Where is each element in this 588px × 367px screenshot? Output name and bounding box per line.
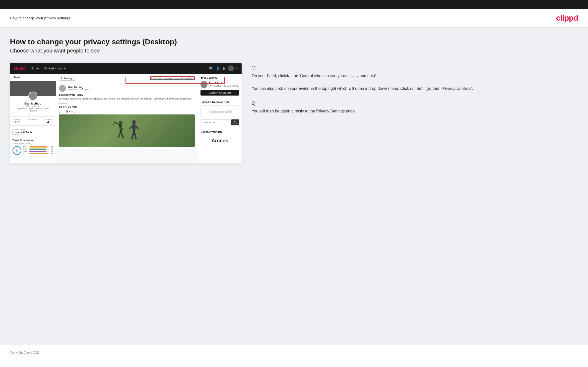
profile-handicap: Plus Handicap [12,105,53,107]
svg-line-3 [121,131,123,138]
page-title: How to change your privacy settings [10,16,70,20]
following-label: Following [44,118,52,120]
following-value: 4 [44,120,52,124]
instructions-column: 1) On your Feed, click/tap on 'Control w… [252,63,578,123]
connect-section: Connect your data Arccos [198,128,242,149]
coach-row: David Ford 📍 Royal North Devon Golf Club [200,81,239,88]
add-icon[interactable]: ⊕ [222,66,225,70]
tpq-label: Total Player Quality ⓘ [12,142,53,145]
post-tags: OTT APP [59,110,195,113]
feed-tab[interactable]: Feed [10,74,56,81]
tag-app: APP [67,110,75,113]
latest-activity-date: 03 Aug 2022 [12,133,53,136]
coach-club: 📍 Royal North Devon Golf Club [209,85,238,87]
bar-putt: PUTT 96 [23,153,53,155]
post-title: Lesson with Fordy [59,93,195,96]
trackman-section: Upload a Trackman Test Trackman Link Add… [198,98,242,128]
post-author-info: Blair McHarg Yesterday · Sunningdale [68,86,89,91]
golfer-silhouette-svg [112,117,142,144]
post-header: Blair McHarg Yesterday · Sunningdale [59,85,195,92]
main-content: How to change your privacy settings (Des… [0,28,588,345]
profile-club: Royal North Devon Golf Club, United King… [12,107,53,112]
latest-activity-name: Lesson with Fordy [12,131,53,133]
svg-line-10 [130,126,132,129]
post-photo [59,114,195,147]
pin-icon: 📍 [209,85,211,87]
trackman-input[interactable] [200,119,230,125]
search-icon[interactable]: 🔍 [209,66,213,70]
activities-label: Activities [13,118,21,120]
stat-followers: Followers 3 [28,118,37,124]
profile-stats: Activities 131 Followers 3 Following 4 [10,116,56,126]
bar-app: APP 85 [23,148,53,150]
app-nav: clippd Home My Performance 🔍 👤 ⊕ ▾ [10,63,242,74]
trackman-box: Trackman Link [200,105,239,118]
clippd-logo: clippd [556,13,578,23]
site-header: How to change your privacy settings clip… [0,9,588,28]
app-sidebar: Feed Blair McHarg Plus Handicap Royal No… [10,74,56,163]
duration-label: Duration [59,102,195,104]
feed-header: Following ▾ Control who can see your act… [56,74,198,83]
coach-info: David Ford 📍 Royal North Devon Golf Club [209,82,238,87]
svg-line-11 [135,126,138,129]
following-label: Following [61,77,72,80]
nav-link-performance[interactable]: My Performance [44,67,65,70]
stat-activities: Activities 131 [13,118,21,124]
bar-arg: ARG 86 [23,151,53,152]
app-right-panel: Your Coaches David Ford 📍 Royal North De… [198,74,242,163]
chevron-down-icon[interactable]: ▾ [236,67,238,70]
latest-label: Latest Activity [12,129,53,131]
app-mockup: clippd Home My Performance 🔍 👤 ⊕ ▾ [10,63,242,163]
profile-name: Blair McHarg [12,102,53,105]
tpq-row: 92 OTT 90 APP [12,146,53,155]
stat-following: Following 4 [44,118,52,124]
performance-bars: OTT 90 APP 85 [23,146,53,155]
post-author-name: Blair McHarg [68,86,89,89]
trackman-title: Upload a Trackman Test [200,101,239,104]
followers-label: Followers [28,118,37,120]
tag-ott: OTT [59,110,66,113]
following-button[interactable]: Following ▾ [59,76,76,81]
svg-point-6 [132,120,136,124]
svg-point-0 [119,121,123,124]
top-bar [0,0,588,9]
add-link-button[interactable]: Add Link [231,119,239,125]
instruction-1-text: On your Feed, click/tap on 'Control who … [252,73,578,92]
app-mockup-wrapper: clippd Home My Performance 🔍 👤 ⊕ ▾ [10,63,242,163]
person-icon[interactable]: 👤 [216,66,220,70]
instruction-1-number: 1) [252,65,578,71]
app-nav-links: Home My Performance [31,67,209,70]
instruction-2-text: You will then be taken directly to the P… [252,108,578,114]
post-date-location: Yesterday · Sunningdale [68,89,89,91]
arccos-label: Arccos [200,135,239,146]
control-privacy-link[interactable]: Control who can see your activity and da… [150,76,195,80]
instruction-1: 1) On your Feed, click/tap on 'Control w… [252,65,578,92]
manage-coaches-button[interactable]: Manage Your Coaches [200,90,239,96]
chevron-icon: ▾ [72,77,74,80]
nav-link-home[interactable]: Home [31,67,39,70]
followers-value: 3 [28,120,37,124]
app-body: Feed Blair McHarg Plus Handicap Royal No… [10,74,242,163]
circle-score: 92 [12,146,21,155]
svg-line-9 [134,131,136,139]
app-nav-logo: clippd [14,66,26,71]
post-author-avatar [59,85,66,92]
bar-ott: OTT 90 [23,146,53,148]
content-row: clippd Home My Performance 🔍 👤 ⊕ ▾ [10,63,578,163]
app-nav-icons: 🔍 👤 ⊕ ▾ [209,65,238,71]
user-avatar[interactable] [228,65,234,71]
instruction-2-number: 2) [252,101,578,106]
coach-avatar [200,81,207,88]
trackman-placeholder: Trackman Link [208,110,232,114]
instruction-2: 2) You will then be taken directly to th… [252,101,578,114]
latest-activity-section: Latest Activity Lesson with Fordy 03 Aug… [10,127,56,137]
coaches-section: Your Coaches David Ford 📍 Royal North De… [198,74,242,98]
page-heading: How to change your privacy settings (Des… [10,38,578,46]
svg-rect-7 [132,123,135,131]
app-feed-section: Following ▾ Control who can see your act… [56,74,198,163]
coach-name: David Ford [209,82,238,85]
post-description: Looking to feel like my hands are exitin… [59,97,195,101]
page-subheading: Choose what you want people to see [10,48,578,54]
trackman-input-row: Add Link [200,119,239,125]
coach-club-name: Royal North Devon Golf Club [213,85,238,87]
